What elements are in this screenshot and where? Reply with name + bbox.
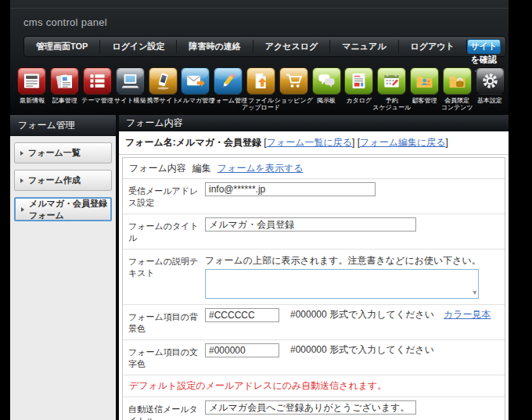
view-site-button[interactable]: サイトを確認する (467, 39, 501, 54)
sidebar-header: フォーム管理 (10, 115, 116, 136)
toolbar-item-label: 予約 (386, 97, 398, 104)
chevron-right-icon (20, 151, 23, 156)
toolbar-item-label: 顧客管理 (412, 97, 437, 104)
app-title: cms control panel (23, 16, 107, 28)
toolbar-item-label: 最新情報 (20, 97, 45, 104)
file-upload-icon[interactable] (246, 67, 275, 95)
toolbar-item-members[interactable]: 会員限定コンテンツ (440, 67, 473, 111)
form-title-label: フォームのタイトル (123, 214, 205, 249)
toolbar-item-site-build[interactable]: サイト構築 (113, 67, 146, 111)
sidebar: フォーム管理 フォーム一覧フォーム作成メルマガ・会員登録フォーム (10, 115, 116, 420)
toolbar-item-upload[interactable]: ファイルアップロード (245, 67, 278, 111)
toolbar-item-schedule[interactable]: 予約スケジュール (376, 67, 408, 111)
icon-toolbar: 最新情報記事管理テーマ管理サイト構築携帯サイトメルマガ管理フォーム管理ファイルア… (16, 67, 506, 111)
bracket: ] (352, 137, 354, 148)
text-color-input[interactable] (205, 343, 279, 357)
form-desc-caption: フォームの上部に表示されます。注意書きなどにお使い下さい。 (205, 254, 500, 267)
auto-title-input[interactable] (205, 400, 416, 415)
customer-folder-icon[interactable] (410, 67, 439, 95)
page: cms control panel 管理画面TOPログイン設定障害時の連絡アクセ… (10, 0, 509, 420)
form-name-line: フォーム名:メルマガ・会員登録 [フォーム一覧に戻る] [フォーム編集に戻る] (119, 131, 509, 155)
toolbar-item-news[interactable]: 最新情報 (16, 67, 49, 111)
table-row: フォーム項目の背景色 #000000 形式で入力してくださいカラー見本 (123, 305, 505, 340)
theme-list-icon[interactable] (83, 67, 112, 95)
catalog-icon[interactable] (344, 67, 373, 95)
form-name-text: フォーム名:メルマガ・会員登録 (125, 137, 261, 148)
chevron-right-icon (20, 178, 23, 183)
toolbar-item-label: フォーム管理 (209, 97, 247, 104)
toolbar-item-label: ショッピング (275, 97, 313, 104)
toolbar-item-settings[interactable]: 基本設定 (473, 67, 506, 111)
toolbar-item-mobile[interactable]: 携帯サイト (146, 67, 179, 111)
toolbar-item-label: アップロード (242, 104, 280, 111)
news-icon[interactable] (17, 67, 46, 95)
nav-item-trouble-contact[interactable]: 障害時の連絡 (177, 40, 253, 53)
main-header: フォーム内容 (119, 115, 509, 131)
bg-color-input[interactable] (205, 308, 279, 322)
nav-item-logout[interactable]: ログアウト (399, 40, 467, 53)
nav-item-manual[interactable]: マニュアル (330, 40, 398, 53)
receive-mail-input[interactable] (205, 182, 376, 196)
top-nav: 管理画面TOPログイン設定障害時の連絡アクセスログマニュアルログアウトサイトを確… (23, 36, 506, 57)
header-chrome: cms control panel 管理画面TOPログイン設定障害時の連絡アクセ… (10, 0, 509, 115)
sidebar-item-form-create[interactable]: フォーム作成 (14, 170, 112, 191)
chevron-right-icon (21, 207, 24, 212)
gear-icon[interactable] (476, 67, 505, 95)
toolbar-item-catalog[interactable]: カタログ (343, 67, 376, 111)
cart-icon[interactable] (279, 67, 308, 95)
toolbar-item-label: スケジュール (372, 104, 411, 111)
text-color-label: フォーム項目の文字色 (123, 340, 205, 375)
receive-mail-label: 受信メールアドレス設定 (123, 179, 205, 214)
toolbar-item-label: コンテンツ (441, 104, 473, 111)
toolbar-item-articles[interactable]: 記事管理 (49, 67, 81, 111)
toolbar-item-label: カタログ (346, 97, 372, 104)
edit-row-edit-label: 編集 (192, 162, 211, 175)
auto-send-note: デフォルト設定のメールアドレスにのみ自動送信されます。 (123, 375, 505, 397)
table-row: 自動送信メールタイトル (123, 397, 505, 420)
edit-row: フォーム内容 編集 フォームを表示する (123, 158, 505, 179)
nav-item-login-settings[interactable]: ログイン設定 (100, 40, 177, 53)
pencil-icon[interactable] (214, 67, 243, 95)
text-color-hint: #000000 形式で入力してください (290, 344, 434, 355)
nav-item-admin-top[interactable]: 管理画面TOP (24, 40, 100, 53)
sidebar-item-mailmag-form[interactable]: メルマガ・会員登録フォーム (14, 197, 112, 221)
toolbar-item-label: テーマ管理 (81, 97, 113, 104)
sidebar-items: フォーム一覧フォーム作成メルマガ・会員登録フォーム (10, 142, 116, 221)
table-row: フォームの説明テキスト フォームの上部に表示されます。注意書きなどにお使い下さい… (123, 249, 505, 305)
bg-color-label: フォーム項目の背景色 (123, 305, 205, 339)
bracket: ] (446, 137, 448, 148)
articles-icon[interactable] (50, 67, 79, 95)
toolbar-item-themes[interactable]: テーマ管理 (81, 67, 114, 111)
toolbar-item-label: サイト構築 (114, 97, 146, 104)
mail-icon[interactable] (181, 67, 210, 95)
chat-icon[interactable] (312, 67, 341, 95)
mobile-icon[interactable] (149, 67, 178, 95)
calendar-icon[interactable] (377, 67, 406, 95)
toolbar-item-label: 基本設定 (477, 97, 502, 104)
toolbar-item-board[interactable]: 掲示板 (310, 67, 343, 111)
auto-title-label: 自動送信メールタイトル (123, 397, 205, 420)
form-table: フォーム内容 編集 フォームを表示する 受信メールアドレス設定 フォームのタイト… (122, 157, 505, 420)
back-to-edit-link[interactable]: フォーム編集に戻る (360, 137, 445, 148)
toolbar-item-customers[interactable]: 顧客管理 (408, 67, 441, 111)
form-title-input[interactable] (205, 217, 416, 232)
scroll-down-icon[interactable]: ▼ (473, 290, 476, 295)
form-desc-textarea[interactable] (205, 269, 479, 299)
laptop-icon[interactable] (116, 67, 145, 95)
toolbar-item-label: 携帯サイト (147, 97, 179, 104)
table-row: フォームのタイトル (123, 214, 505, 249)
bg-color-hint: #000000 形式で入力してください (290, 309, 434, 320)
table-row: 受信メールアドレス設定 (123, 179, 505, 214)
toolbar-item-shopping[interactable]: ショッピング (277, 67, 310, 111)
sidebar-item-label: フォーム一覧 (28, 147, 81, 159)
back-to-list-link[interactable]: フォーム一覧に戻る (267, 137, 352, 148)
body-area: フォーム管理 フォーム一覧フォーム作成メルマガ・会員登録フォーム フォーム内容 … (10, 115, 509, 420)
toolbar-item-mailmag[interactable]: メルマガ管理 (179, 67, 212, 111)
sidebar-item-form-list[interactable]: フォーム一覧 (14, 142, 112, 163)
lock-folder-icon[interactable] (443, 67, 472, 95)
nav-item-access-log[interactable]: アクセスログ (253, 40, 331, 53)
toolbar-item-forms[interactable]: フォーム管理 (212, 67, 245, 111)
show-form-link[interactable]: フォームを表示する (217, 162, 304, 175)
toolbar-item-label: 記事管理 (52, 97, 77, 104)
color-sample-link[interactable]: カラー見本 (444, 309, 491, 320)
